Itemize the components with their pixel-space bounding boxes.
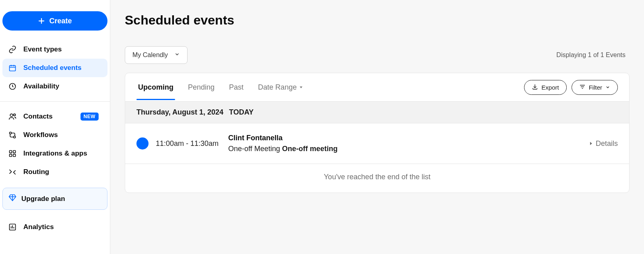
- sidebar-item-label: Analytics: [23, 223, 54, 231]
- caret-right-icon: [588, 139, 593, 148]
- calendar-selector-label: My Calendly: [132, 51, 168, 59]
- filter-icon: [579, 84, 586, 91]
- sidebar-item-integrations[interactable]: Integrations & apps: [2, 144, 107, 163]
- events-card: Upcoming Pending Past Date Range: [125, 73, 630, 193]
- export-button[interactable]: Export: [524, 80, 566, 95]
- sidebar-item-label: Integrations & apps: [23, 150, 87, 158]
- tab-pending[interactable]: Pending: [186, 75, 216, 100]
- main-content: Scheduled events My Calendly Displaying …: [110, 0, 644, 254]
- calendar-selector-dropdown[interactable]: My Calendly: [125, 46, 188, 64]
- svg-marker-23: [590, 142, 592, 145]
- svg-point-10: [14, 136, 16, 138]
- upgrade-plan-button[interactable]: Upgrade plan: [2, 188, 107, 210]
- today-badge: TODAY: [229, 108, 254, 117]
- svg-point-7: [10, 114, 13, 117]
- sidebar-item-contacts[interactable]: Contacts NEW: [2, 107, 107, 126]
- event-time: 11:00am - 11:30am: [156, 139, 224, 148]
- page-title: Scheduled events: [125, 13, 630, 28]
- upgrade-label: Upgrade plan: [21, 195, 65, 203]
- download-icon: [532, 84, 538, 91]
- svg-marker-19: [300, 86, 303, 88]
- create-label: Create: [49, 17, 72, 25]
- svg-rect-12: [13, 151, 16, 153]
- filter-button[interactable]: Filter: [572, 80, 618, 95]
- tab-label: Past: [229, 83, 244, 92]
- plus-icon: [38, 17, 45, 25]
- filter-label: Filter: [589, 84, 602, 91]
- event-row[interactable]: 11:00am - 11:30am Clint Fontanella One-o…: [125, 123, 629, 164]
- sidebar-item-label: Contacts: [23, 113, 53, 121]
- svg-rect-13: [10, 154, 12, 157]
- svg-rect-11: [10, 151, 12, 153]
- event-attendee: Clint Fontanella: [228, 134, 338, 142]
- sidebar-item-workflows[interactable]: Workflows: [2, 126, 107, 144]
- event-type-name: One-off meeting: [282, 145, 338, 153]
- tab-label: Upcoming: [138, 83, 173, 92]
- sidebar-item-label: Routing: [23, 168, 49, 176]
- details-button[interactable]: Details: [588, 139, 618, 148]
- sidebar-item-label: Scheduled events: [23, 64, 82, 72]
- date-header-date: Thursday, August 1, 2024: [136, 108, 223, 117]
- displaying-count: Displaying 1 of 1 Events: [556, 51, 625, 59]
- sidebar-item-routing[interactable]: Routing: [2, 163, 107, 181]
- caret-down-icon: [299, 85, 303, 89]
- controls-row: My Calendly Displaying 1 of 1 Events: [125, 46, 630, 64]
- svg-point-9: [10, 132, 12, 134]
- tab-date-range[interactable]: Date Range: [256, 75, 305, 100]
- sidebar-item-label: Availability: [23, 82, 59, 90]
- new-badge: NEW: [80, 113, 99, 121]
- tabs-actions: Export Filter: [524, 80, 618, 95]
- event-main: Clint Fontanella One-off Meeting One-off…: [228, 134, 338, 153]
- sidebar-item-analytics[interactable]: Analytics: [2, 218, 107, 236]
- apps-icon: [8, 149, 17, 158]
- svg-rect-14: [13, 154, 16, 157]
- end-of-list-text: You've reached the end of the list: [125, 164, 629, 193]
- tab-upcoming[interactable]: Upcoming: [136, 75, 175, 100]
- svg-point-8: [14, 114, 16, 116]
- sidebar-item-availability[interactable]: Availability: [2, 77, 107, 96]
- tab-label: Date Range: [258, 83, 297, 92]
- tabs-bar: Upcoming Pending Past Date Range: [125, 73, 629, 101]
- diamond-icon: [8, 194, 17, 204]
- tab-past[interactable]: Past: [227, 75, 245, 100]
- create-button[interactable]: Create: [2, 11, 107, 31]
- chevron-down-icon: [605, 84, 610, 91]
- export-label: Export: [541, 84, 559, 91]
- nav-section-bottom: Contacts NEW Workflows Integrations & ap…: [0, 105, 110, 184]
- calendar-icon: [8, 63, 17, 72]
- event-subline: One-off Meeting One-off meeting: [228, 145, 338, 153]
- date-header: Thursday, August 1, 2024 TODAY: [125, 101, 629, 123]
- contacts-icon: [8, 112, 17, 121]
- sidebar-item-scheduled-events[interactable]: Scheduled events: [2, 59, 107, 77]
- details-label: Details: [596, 139, 618, 148]
- divider: [0, 101, 110, 102]
- link-icon: [8, 45, 17, 54]
- sidebar-item-event-types[interactable]: Event types: [2, 40, 107, 59]
- sidebar-item-label: Workflows: [23, 131, 58, 139]
- sidebar-item-label: Event types: [23, 45, 62, 53]
- nav-section-top: Event types Scheduled events Availabilit…: [0, 38, 110, 98]
- analytics-icon: [8, 223, 17, 231]
- routing-icon: [8, 168, 17, 176]
- event-color-dot: [136, 137, 149, 150]
- sidebar: Create Event types Scheduled events Avai…: [0, 0, 110, 254]
- chevron-down-icon: [174, 51, 180, 59]
- nav-section-analytics: Analytics: [0, 215, 110, 239]
- svg-rect-2: [10, 66, 16, 71]
- workflows-icon: [8, 131, 17, 139]
- event-type-label: One-off Meeting: [228, 145, 282, 153]
- clock-icon: [8, 82, 17, 91]
- tabs: Upcoming Pending Past Date Range: [136, 75, 305, 100]
- tab-label: Pending: [188, 83, 215, 92]
